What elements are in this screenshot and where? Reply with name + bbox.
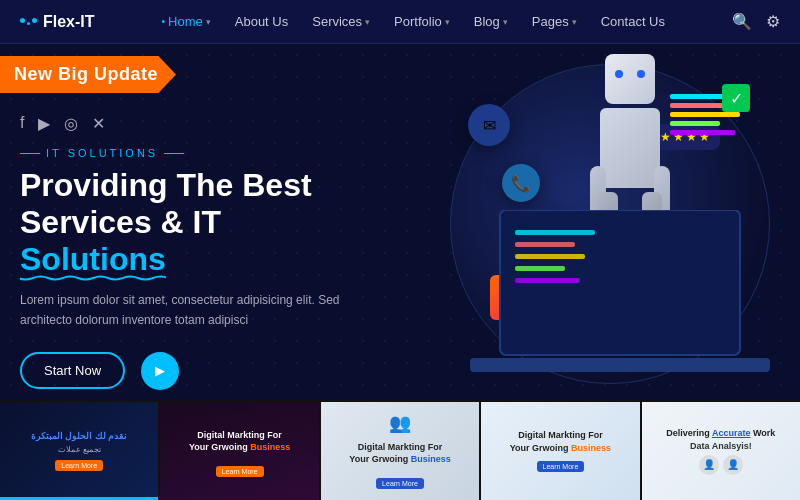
thumb-5-person-1: 👤: [699, 455, 719, 475]
thumb-5-person-2: 👤: [723, 455, 743, 475]
thumbnails-row: نقدم لك الحلول المبتكرة تجميع عملات Lear…: [0, 400, 800, 500]
nav-pages[interactable]: Pages ▾: [532, 14, 577, 29]
nav-portfolio[interactable]: Portfolio ▾: [394, 14, 450, 29]
services-chevron: ▾: [365, 17, 370, 27]
thumb-1-btn: Learn More: [55, 460, 103, 471]
nav-about[interactable]: About Us: [235, 14, 288, 29]
thumbnail-1[interactable]: نقدم لك الحلول المبتكرة تجميع عملات Lear…: [0, 402, 160, 500]
nav-services-label: Services: [312, 14, 362, 29]
nav-about-label: About Us: [235, 14, 288, 29]
start-now-button[interactable]: Start Now: [20, 352, 125, 389]
thumb-3-btn: Learn More: [376, 478, 424, 489]
main-nav: • Home ▾ About Us Services ▾ Portfolio ▾…: [162, 14, 665, 29]
robot-eye-left: [615, 70, 623, 78]
youtube-icon[interactable]: ▶: [38, 114, 50, 133]
thumb-1-line2: تجميع عملات: [31, 445, 128, 454]
thumb-3-icon: 👥: [343, 412, 456, 434]
logo: Flex-IT: [20, 13, 95, 31]
facebook-icon[interactable]: f: [20, 114, 24, 133]
thumb-2-line1: Digital Markting ForYour Grwoing Busines…: [183, 424, 296, 459]
robot-body: [600, 108, 660, 188]
thumb-4-btn: Learn More: [537, 461, 585, 472]
twitter-icon[interactable]: ✕: [92, 114, 105, 133]
nav-services[interactable]: Services ▾: [312, 14, 370, 29]
update-badge: New Big Update: [0, 56, 176, 93]
logo-dot-3: [32, 18, 37, 23]
header-icons: 🔍 ⚙: [732, 12, 780, 31]
hero-title-line2: Services & IT: [20, 204, 221, 240]
nav-blog[interactable]: Blog ▾: [474, 14, 508, 29]
thumbnail-5[interactable]: Delivering Accurate Work Data Analsyis! …: [642, 402, 800, 500]
settings-icon[interactable]: ⚙: [766, 12, 780, 31]
robot-head: [605, 54, 655, 104]
social-icons: f ▶ ◎ ✕: [20, 114, 360, 133]
nav-home[interactable]: • Home ▾: [162, 14, 211, 29]
svg-rect-5: [515, 278, 580, 283]
search-icon[interactable]: 🔍: [732, 12, 752, 31]
thumbnail-4[interactable]: Digital Markting ForYour Grwoing Busines…: [481, 402, 641, 500]
nav-pages-label: Pages: [532, 14, 569, 29]
portfolio-chevron: ▾: [445, 17, 450, 27]
hero-buttons: Start Now ▶: [20, 352, 360, 390]
thumbnail-2[interactable]: Digital Markting ForYour Grwoing Busines…: [160, 402, 320, 500]
code-line-3: [670, 112, 740, 117]
thumb-4-text: Digital Markting ForYour Grwoing Busines…: [510, 429, 611, 454]
nav-contact[interactable]: Contact Us: [601, 14, 665, 29]
svg-rect-2: [515, 242, 575, 247]
logo-dot-1: [20, 18, 25, 23]
nav-portfolio-label: Portfolio: [394, 14, 442, 29]
pages-chevron: ▾: [572, 17, 577, 27]
nav-blog-label: Blog: [474, 14, 500, 29]
hero-left: f ▶ ◎ ✕ IT SOLUTIONS Providing The Best …: [20, 114, 360, 390]
svg-rect-3: [515, 254, 585, 259]
logo-dot-2: [27, 22, 30, 25]
instagram-icon[interactable]: ◎: [64, 114, 78, 133]
hero-section: New Big Update f ▶ ◎ ✕ IT SOLUTIONS Prov…: [0, 44, 800, 400]
play-button[interactable]: ▶: [141, 352, 179, 390]
hero-title-line1: Providing The Best: [20, 167, 312, 203]
it-solutions-text: IT SOLUTIONS: [46, 147, 158, 159]
nav-chevron: ▾: [206, 17, 211, 27]
phone-float-icon: 📞: [502, 164, 540, 202]
blog-chevron: ▾: [503, 17, 508, 27]
nav-contact-label: Contact Us: [601, 14, 665, 29]
it-solutions-label: IT SOLUTIONS: [20, 147, 360, 159]
hero-title-highlight: Solutions: [20, 241, 166, 278]
thumb-1-line1: نقدم لك الحلول المبتكرة: [31, 430, 128, 443]
hero-illustration: ★ ★ ★ ★ ★ ✓: [380, 44, 800, 400]
hero-title: Providing The Best Services & IT Solutio…: [20, 167, 360, 277]
thumbnail-3[interactable]: 👥 Digital Markting ForYour Grwoing Busin…: [321, 402, 481, 500]
thumb-2-btn: Learn More: [216, 466, 264, 477]
logo-text: Flex-IT: [43, 13, 95, 31]
logo-icon: [20, 18, 37, 25]
laptop-illustration: [470, 210, 770, 380]
thumb-5-line1: Delivering Accurate Work: [666, 427, 775, 441]
update-badge-text: New Big Update: [14, 64, 158, 84]
thumb-3-text: Digital Markting ForYour Grwoing Busines…: [343, 436, 456, 471]
email-float-icon: ✉: [468, 104, 510, 146]
check-badge: ✓: [722, 84, 750, 112]
svg-rect-6: [470, 358, 770, 372]
hero-description: Lorem ipsum dolor sit amet, consectetur …: [20, 291, 360, 329]
header: Flex-IT • Home ▾ About Us Services ▾ Por…: [0, 0, 800, 44]
svg-rect-1: [515, 230, 595, 235]
nav-home-label: Home: [168, 14, 203, 29]
nav-dot: •: [162, 16, 166, 27]
robot-eye-right: [637, 70, 645, 78]
svg-rect-4: [515, 266, 565, 271]
thumb-5-line2: Data Analsyis!: [666, 441, 775, 451]
